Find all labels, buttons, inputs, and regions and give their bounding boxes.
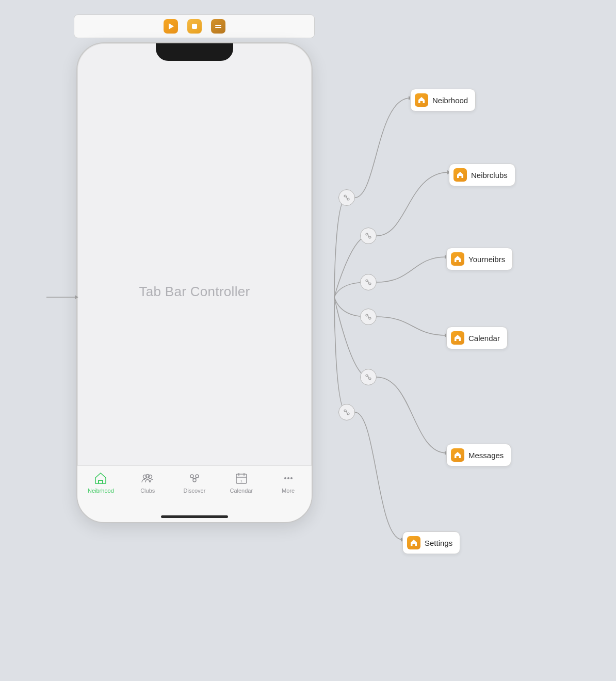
svg-line-37 bbox=[368, 281, 369, 284]
neibrhood-tab-label: Neibrhood bbox=[88, 488, 114, 494]
controller-messages[interactable]: Messages bbox=[446, 444, 511, 466]
svg-point-7 bbox=[146, 475, 150, 478]
svg-point-44 bbox=[344, 410, 346, 412]
settings-controller-icon bbox=[407, 536, 420, 549]
build-icon[interactable] bbox=[211, 19, 225, 34]
calendar-tab-label: Calendar bbox=[230, 488, 253, 494]
branch-node-1 bbox=[338, 189, 355, 206]
messages-controller-icon bbox=[451, 448, 464, 462]
controller-neibrhood[interactable]: Neibrhood bbox=[410, 89, 476, 111]
run-icon[interactable] bbox=[164, 19, 178, 34]
calendar-tab-icon: 1 bbox=[234, 471, 249, 485]
neibrhood-controller-label: Neibrhood bbox=[432, 96, 468, 105]
tab-clubs[interactable]: Clubs bbox=[129, 471, 166, 494]
svg-line-46 bbox=[346, 411, 347, 414]
svg-point-8 bbox=[190, 475, 193, 478]
svg-point-29 bbox=[344, 195, 346, 197]
svg-line-31 bbox=[346, 196, 347, 199]
more-tab-icon bbox=[281, 471, 296, 485]
svg-line-43 bbox=[368, 376, 369, 379]
clubs-tab-icon bbox=[140, 471, 155, 485]
svg-point-10 bbox=[193, 479, 196, 482]
branch-node-2 bbox=[360, 228, 377, 244]
branch-node-6 bbox=[338, 404, 355, 420]
neibrhood-controller-icon bbox=[415, 93, 428, 107]
tab-discover[interactable]: Discover bbox=[176, 471, 213, 494]
phone-frame: Tab Bar Controller Neibrhood bbox=[76, 42, 313, 523]
svg-point-18 bbox=[284, 477, 286, 479]
svg-marker-0 bbox=[169, 23, 174, 29]
neibrhood-tab-icon bbox=[93, 471, 108, 485]
svg-point-9 bbox=[196, 475, 199, 478]
svg-point-38 bbox=[366, 314, 368, 316]
phone-content: Tab Bar Controller bbox=[77, 61, 312, 522]
controller-settings[interactable]: Settings bbox=[402, 531, 460, 554]
svg-rect-4 bbox=[99, 480, 103, 483]
calendar-controller-label: Calendar bbox=[468, 334, 500, 343]
svg-point-20 bbox=[290, 477, 293, 479]
notch bbox=[156, 43, 233, 61]
tab-bar-controller-label: Tab Bar Controller bbox=[139, 284, 250, 300]
controller-yourneibrs[interactable]: Yourneibrs bbox=[446, 248, 513, 270]
svg-line-34 bbox=[368, 234, 369, 237]
svg-point-32 bbox=[366, 233, 368, 235]
branch-node-3 bbox=[360, 274, 377, 290]
svg-point-42 bbox=[369, 378, 371, 380]
controller-calendar[interactable]: Calendar bbox=[446, 327, 508, 349]
svg-point-45 bbox=[347, 413, 349, 415]
clubs-tab-label: Clubs bbox=[140, 488, 155, 494]
stop-icon[interactable] bbox=[187, 19, 202, 34]
branch-node-5 bbox=[360, 369, 377, 385]
svg-point-36 bbox=[369, 283, 371, 285]
yourneibrs-controller-icon bbox=[451, 252, 464, 266]
svg-rect-2 bbox=[215, 25, 221, 26]
svg-text:1: 1 bbox=[240, 479, 243, 483]
yourneibrs-controller-label: Yourneibrs bbox=[468, 255, 505, 264]
neibrclubs-controller-label: Neibrclubs bbox=[471, 171, 508, 180]
tab-neibrhood[interactable]: Neibrhood bbox=[83, 471, 119, 494]
discover-tab-label: Discover bbox=[184, 488, 206, 494]
svg-point-35 bbox=[366, 280, 368, 282]
home-indicator bbox=[161, 515, 228, 518]
messages-controller-label: Messages bbox=[468, 451, 504, 460]
branch-node-4 bbox=[360, 309, 377, 325]
xcode-toolbar bbox=[74, 14, 315, 38]
tab-more[interactable]: More bbox=[270, 471, 306, 494]
svg-point-19 bbox=[287, 477, 289, 479]
more-tab-label: More bbox=[282, 488, 295, 494]
svg-line-11 bbox=[192, 478, 194, 479]
svg-line-12 bbox=[194, 478, 197, 479]
svg-point-39 bbox=[369, 317, 371, 319]
svg-point-33 bbox=[369, 236, 371, 238]
svg-line-40 bbox=[368, 315, 369, 318]
discover-tab-icon bbox=[187, 471, 202, 485]
tab-bar: Neibrhood Clubs bbox=[77, 465, 312, 522]
calendar-controller-icon bbox=[451, 331, 464, 345]
svg-rect-1 bbox=[192, 24, 197, 29]
svg-rect-3 bbox=[215, 27, 221, 28]
tab-calendar[interactable]: 1 Calendar bbox=[223, 471, 260, 494]
settings-controller-label: Settings bbox=[425, 539, 452, 547]
svg-point-30 bbox=[347, 198, 349, 200]
svg-point-41 bbox=[366, 375, 368, 377]
neibrclubs-controller-icon bbox=[453, 168, 467, 182]
controller-neibrclubs[interactable]: Neibrclubs bbox=[449, 164, 515, 186]
